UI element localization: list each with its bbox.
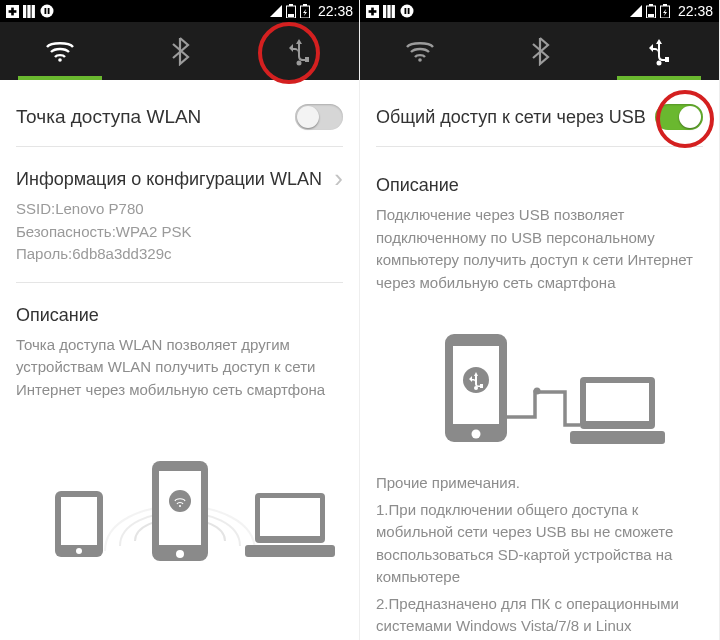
notes-title: Прочие примечания.: [376, 472, 703, 495]
tab-bluetooth[interactable]: [120, 22, 240, 80]
plus-icon: [6, 5, 19, 18]
svg-point-15: [297, 61, 302, 66]
svg-rect-50: [586, 383, 649, 421]
svg-rect-34: [405, 8, 407, 14]
svg-point-18: [76, 548, 82, 554]
signal-icon: [630, 5, 642, 17]
svg-rect-5: [32, 5, 35, 18]
status-bar: 22:38: [0, 0, 359, 22]
svg-point-45: [471, 430, 480, 439]
wlan-hotspot-toggle[interactable]: [295, 104, 343, 130]
battery1-icon: [646, 4, 656, 18]
plus-icon: [366, 5, 379, 18]
bluetooth-icon: [530, 36, 550, 66]
ssid-line: SSID:Lenovo P780: [16, 198, 334, 221]
svg-rect-8: [48, 8, 50, 14]
svg-rect-51: [570, 431, 665, 444]
svg-rect-7: [45, 8, 47, 14]
tab-wifi[interactable]: [360, 22, 480, 80]
right-content: Общий доступ к сети через USB Описание П…: [360, 80, 719, 640]
wlan-hotspot-row[interactable]: Точка доступа WLAN: [16, 94, 343, 140]
usb-icon: [287, 36, 311, 66]
usb-icon: [647, 36, 671, 66]
svg-point-41: [418, 58, 422, 62]
svg-rect-31: [387, 5, 390, 18]
wlan-config-title: Информация о конфигурации WLAN: [16, 169, 334, 190]
svg-rect-35: [408, 8, 410, 14]
tab-usb[interactable]: [599, 22, 719, 80]
battery2-icon: [660, 4, 670, 18]
usb-tether-label: Общий доступ к сети через USB: [376, 107, 646, 128]
right-screen: 22:38 Общий доступ к сети через USB: [360, 0, 720, 640]
svg-point-47: [474, 386, 478, 390]
svg-rect-11: [288, 14, 294, 17]
svg-point-33: [401, 5, 414, 18]
svg-rect-25: [260, 498, 320, 536]
divider: [376, 146, 703, 147]
wifi-icon: [405, 39, 435, 63]
password-line: Пароль:6db8a3dd329c: [16, 243, 334, 266]
bars-icon: [23, 5, 36, 18]
left-content: Точка доступа WLAN Информация о конфигур…: [0, 80, 359, 640]
clock: 22:38: [318, 3, 353, 19]
note-2: 2.Предназначено для ПК с операционными с…: [376, 593, 703, 638]
svg-rect-3: [23, 5, 26, 18]
pause-circle-icon: [40, 4, 54, 18]
tab-bar: [0, 22, 359, 80]
status-bar: 22:38: [360, 0, 719, 22]
svg-rect-4: [27, 5, 30, 18]
chevron-right-icon: ›: [334, 163, 343, 194]
svg-rect-38: [648, 14, 654, 17]
svg-rect-26: [245, 545, 335, 557]
svg-rect-29: [369, 10, 377, 13]
bars-icon: [383, 5, 396, 18]
wifi-icon: [45, 39, 75, 63]
svg-point-14: [58, 58, 62, 62]
tab-bar: [360, 22, 719, 80]
tab-wifi[interactable]: [0, 22, 120, 80]
tab-usb[interactable]: [239, 22, 359, 80]
svg-point-22: [169, 490, 191, 512]
wlan-config-row[interactable]: Информация о конфигурации WLAN SSID:Leno…: [16, 153, 343, 276]
svg-point-42: [657, 61, 662, 66]
usb-tether-toggle[interactable]: [655, 104, 703, 130]
tab-bluetooth[interactable]: [480, 22, 600, 80]
svg-point-48: [533, 388, 540, 395]
desc-text: Подключение через USB позволяет подключе…: [376, 204, 703, 294]
desc-title: Описание: [16, 305, 343, 326]
svg-rect-17: [61, 497, 97, 545]
svg-rect-30: [383, 5, 386, 18]
svg-point-23: [179, 505, 181, 507]
usb-tether-row[interactable]: Общий доступ к сети через USB: [376, 94, 703, 140]
divider: [16, 282, 343, 283]
divider: [16, 146, 343, 147]
clock: 22:38: [678, 3, 713, 19]
battery1-icon: [286, 4, 296, 18]
svg-rect-32: [392, 5, 395, 18]
battery2-icon: [300, 4, 310, 18]
pause-circle-icon: [400, 4, 414, 18]
left-screen: 22:38 Точка доступа WLAN: [0, 0, 360, 640]
svg-rect-2: [9, 10, 17, 13]
svg-point-6: [41, 5, 54, 18]
security-line: Безопасность:WPA2 PSK: [16, 221, 334, 244]
wlan-illustration: [16, 431, 343, 571]
wlan-hotspot-label: Точка доступа WLAN: [16, 106, 201, 128]
signal-icon: [270, 5, 282, 17]
svg-point-21: [176, 550, 184, 558]
desc-title: Описание: [376, 175, 703, 196]
desc-text: Точка доступа WLAN позволяет другим устр…: [16, 334, 343, 402]
note-1: 1.При подключении общего доступа к мобил…: [376, 499, 703, 589]
usb-illustration: [376, 322, 703, 452]
bluetooth-icon: [170, 36, 190, 66]
